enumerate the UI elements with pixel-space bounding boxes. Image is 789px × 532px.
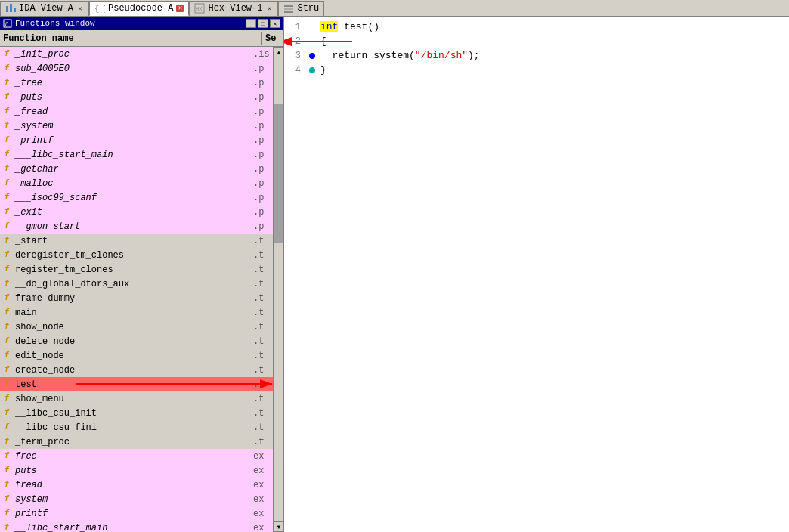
func-row[interactable]: f show_node .t (0, 320, 273, 334)
close-button[interactable]: ✕ (270, 19, 280, 28)
func-icon: f (0, 90, 14, 104)
func-row[interactable]: f _start .t (0, 234, 273, 248)
func-icon: f (0, 463, 14, 478)
func-row[interactable]: f delete_node .t (0, 334, 273, 348)
tab-ida-view-close[interactable]: ✕ (76, 5, 84, 12)
func-seg: ex (252, 509, 273, 519)
func-name: test (14, 379, 252, 390)
pseudo-icon: { } (94, 3, 105, 14)
svg-rect-8 (284, 11, 293, 13)
func-row[interactable]: f deregister_tm_clones .t (0, 248, 273, 262)
func-seg: .p (252, 78, 273, 88)
func-row[interactable]: f fread ex (0, 478, 273, 492)
func-icon: f (0, 492, 14, 506)
func-row[interactable]: f _printf .p (0, 133, 273, 147)
func-row[interactable]: f _puts .p (0, 90, 273, 104)
func-row[interactable]: f edit_node .t (0, 348, 273, 363)
line-num-1: 1 (284, 22, 307, 32)
code-text-1: test() (344, 21, 379, 32)
svg-rect-6 (284, 5, 293, 7)
func-seg: .p (252, 92, 273, 103)
func-seg: .t (252, 365, 273, 376)
func-row[interactable]: f printf ex (0, 506, 273, 521)
func-row[interactable]: f test .t (0, 377, 273, 391)
func-row[interactable]: f puts ex (0, 463, 273, 478)
func-icon: f (0, 176, 14, 190)
func-seg: .t (252, 293, 273, 304)
func-row[interactable]: f _system .p (0, 119, 273, 133)
func-icon: f (0, 162, 14, 176)
main-area: f Functions window _ □ ✕ Function name S… (0, 17, 789, 532)
func-row[interactable]: f ___libc_start_main .p (0, 147, 273, 162)
svg-text:{ }: { } (94, 5, 105, 14)
func-row[interactable]: f _getchar .p (0, 162, 273, 176)
line-dot-4 (307, 67, 317, 73)
hex-icon: HX (194, 3, 205, 14)
scroll-up-button[interactable]: ▲ (274, 47, 283, 57)
tab-ida-view[interactable]: IDA View-A ✕ (0, 1, 89, 16)
func-seg: .p (252, 135, 273, 146)
func-row[interactable]: f free ex (0, 449, 273, 463)
func-row[interactable]: f ___isoc99_scanf .p (0, 190, 273, 205)
func-icon: f (0, 219, 14, 234)
tab-hex-view-close[interactable]: ✕ (265, 5, 273, 12)
func-row[interactable]: f register_tm_clones .t (0, 262, 273, 277)
tab-pseudocode-close[interactable]: ✕ (176, 5, 184, 12)
func-row[interactable]: f _malloc .p (0, 176, 273, 190)
func-row[interactable]: f __do_global_dtors_aux .t (0, 277, 273, 291)
func-row[interactable]: f __libc_csu_fini .t (0, 420, 273, 435)
func-row[interactable]: f _free .p (0, 76, 273, 90)
func-icon: f (0, 363, 14, 377)
scroll-track[interactable] (274, 57, 283, 521)
func-row[interactable]: f __gmon_start__ .p (0, 219, 273, 234)
line-dot-3 (307, 53, 317, 59)
func-name: show_node (14, 322, 252, 332)
func-name: _free (14, 78, 252, 88)
func-row[interactable]: f _exit .p (0, 205, 273, 219)
func-seg: .p (252, 63, 273, 74)
return-kw: return (333, 50, 374, 61)
func-row[interactable]: f _fread .p (0, 104, 273, 119)
functions-list[interactable]: f _init_proc .is f sub_4005E0 .p f _free… (0, 47, 273, 532)
scroll-thumb[interactable] (274, 104, 283, 243)
func-row[interactable]: f main .t (0, 305, 273, 320)
func-name: main (14, 308, 252, 318)
func-row[interactable]: f sub_4005E0 .p (0, 61, 273, 76)
func-row[interactable]: f frame_dummy .t (0, 291, 273, 305)
tab-bar: IDA View-A ✕ { } Pseudocode-A ✕ HX Hex V… (0, 0, 789, 17)
func-row[interactable]: f show_menu .t (0, 391, 273, 406)
func-row[interactable]: f create_node .t (0, 363, 273, 377)
func-icon: f (0, 76, 14, 90)
tab-struct[interactable]: Stru (278, 1, 324, 16)
func-row[interactable]: f __libc_csu_init .t (0, 406, 273, 420)
func-icon: f (0, 47, 14, 61)
func-icon: f (0, 190, 14, 205)
functions-scrollbar[interactable]: ▲ ▼ (273, 47, 283, 532)
code-arrow-overlay (284, 17, 789, 532)
functions-inner: f _init_proc .is f sub_4005E0 .p f _free… (0, 47, 283, 532)
func-name: fread (14, 480, 252, 490)
tab-hex-view[interactable]: HX Hex View-1 ✕ (189, 1, 278, 16)
func-name: frame_dummy (14, 293, 252, 304)
func-row[interactable]: f _term_proc .f (0, 435, 273, 449)
line-code-2: { (317, 36, 326, 47)
line-num-3: 3 (284, 51, 307, 61)
func-name: _fread (14, 107, 252, 117)
func-name: _printf (14, 135, 252, 146)
tab-pseudocode[interactable]: { } Pseudocode-A ✕ (89, 1, 189, 16)
func-seg: .t (252, 422, 273, 433)
func-icon: f (0, 320, 14, 334)
func-name: __libc_start_main (14, 523, 252, 533)
tab-hex-view-label: Hex View-1 (208, 3, 262, 14)
maximize-button[interactable]: □ (258, 19, 268, 28)
func-icon: f (0, 262, 14, 277)
func-icon: f (0, 348, 14, 363)
func-seg: .t (252, 308, 273, 318)
svg-rect-1 (10, 4, 12, 12)
minimize-button[interactable]: _ (246, 19, 256, 28)
func-row[interactable]: f system ex (0, 492, 273, 506)
scroll-down-button[interactable]: ▼ (274, 521, 283, 532)
func-icon: f (0, 291, 14, 305)
func-row[interactable]: f _init_proc .is (0, 47, 273, 61)
func-row[interactable]: f __libc_start_main ex (0, 521, 273, 532)
